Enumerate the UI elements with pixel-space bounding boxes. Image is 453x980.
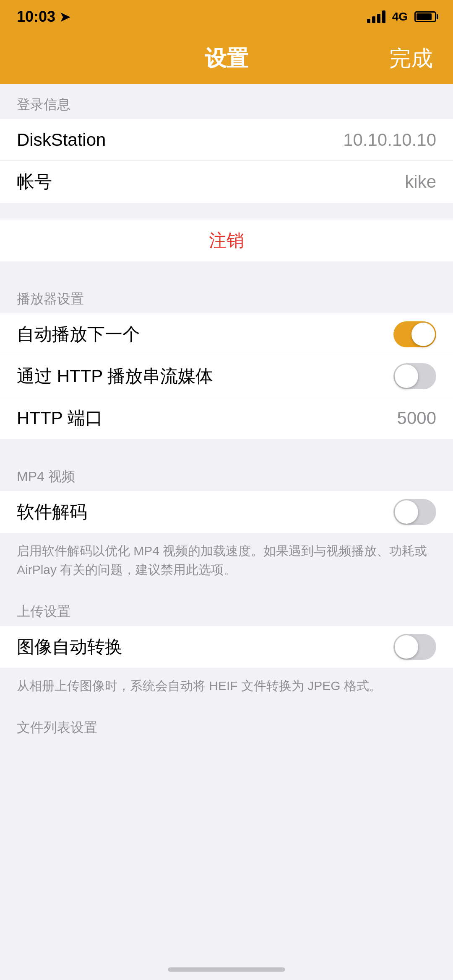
home-indicator [168,967,285,972]
done-button[interactable]: 完成 [389,44,433,73]
http-port-row[interactable]: HTTP 端口 5000 [0,397,453,439]
signal-bar-2 [372,16,375,23]
player-settings-body: 自动播放下一个 通过 HTTP 播放串流媒体 HTTP 端口 5000 [0,313,453,439]
diskstation-row[interactable]: DiskStation 10.10.10.10 [0,119,453,161]
time-label: 10:03 [17,8,55,26]
image-description: 从相册上传图像时，系统会自动将 HEIF 文件转换为 JPEG 格式。 [0,668,453,707]
mp4-description: 启用软件解码以优化 MP4 视频的加载速度。如果遇到与视频播放、功耗或 AirP… [0,533,453,591]
login-info-body: DiskStation 10.10.10.10 帐号 kike [0,119,453,203]
software-decode-row: 软件解码 [0,491,453,533]
mp4-video-body: 软件解码 [0,491,453,533]
page-title: 设置 [205,44,248,73]
http-stream-label: 通过 HTTP 播放串流媒体 [17,365,213,388]
spacer-2 [0,261,453,278]
nav-bar: 设置 完成 [0,34,453,84]
diskstation-value: 10.10.10.10 [343,130,436,150]
signal-bar-4 [382,10,385,23]
auto-play-toggle[interactable] [393,321,436,347]
software-decode-toggle-knob [395,500,418,524]
image-auto-convert-toggle[interactable] [393,634,436,660]
battery-fill [417,13,432,20]
signal-bar-3 [377,14,380,23]
location-icon: ➤ [60,10,70,24]
signal-bar-1 [367,19,370,23]
spacer-1 [0,203,453,220]
login-info-section: 登录信息 DiskStation 10.10.10.10 帐号 kike [0,84,453,203]
software-decode-label: 软件解码 [17,500,87,524]
logout-section: 注销 [0,220,453,261]
diskstation-label: DiskStation [17,130,106,150]
http-stream-toggle[interactable] [393,363,436,389]
image-auto-convert-toggle-knob [395,635,418,659]
player-settings-section: 播放器设置 自动播放下一个 通过 HTTP 播放串流媒体 HTTP 端口 500… [0,278,453,439]
software-decode-toggle[interactable] [393,499,436,525]
logout-label[interactable]: 注销 [209,229,244,252]
account-label: 帐号 [17,170,52,194]
status-time: 10:03 ➤ [17,8,70,26]
mp4-video-header: MP4 视频 [0,456,453,491]
login-info-header: 登录信息 [0,84,453,119]
upload-settings-section: 上传设置 图像自动转换 从相册上传图像时，系统会自动将 HEIF 文件转换为 J… [0,591,453,707]
signal-bars [367,10,385,23]
player-settings-header: 播放器设置 [0,278,453,313]
file-list-settings-section: 文件列表设置 [0,707,453,742]
image-auto-convert-label: 图像自动转换 [17,635,122,659]
logout-row[interactable]: 注销 [0,220,453,261]
http-stream-toggle-knob [395,365,418,388]
auto-play-row: 自动播放下一个 [0,313,453,355]
status-bar: 10:03 ➤ 4G [0,0,453,34]
auto-play-toggle-knob [411,323,435,346]
http-port-value: 5000 [397,408,436,428]
image-auto-convert-row: 图像自动转换 [0,626,453,668]
account-value: kike [405,172,436,192]
mp4-video-section: MP4 视频 软件解码 启用软件解码以优化 MP4 视频的加载速度。如果遇到与视… [0,456,453,591]
upload-settings-body: 图像自动转换 [0,626,453,668]
auto-play-label: 自动播放下一个 [17,323,140,346]
account-row[interactable]: 帐号 kike [0,161,453,203]
battery-icon [414,11,436,22]
spacer-3 [0,439,453,456]
http-stream-row: 通过 HTTP 播放串流媒体 [0,355,453,397]
upload-settings-header: 上传设置 [0,591,453,626]
status-icons: 4G [367,10,436,23]
http-port-label: HTTP 端口 [17,406,103,430]
network-label: 4G [392,10,408,23]
file-list-settings-header: 文件列表设置 [0,707,453,742]
